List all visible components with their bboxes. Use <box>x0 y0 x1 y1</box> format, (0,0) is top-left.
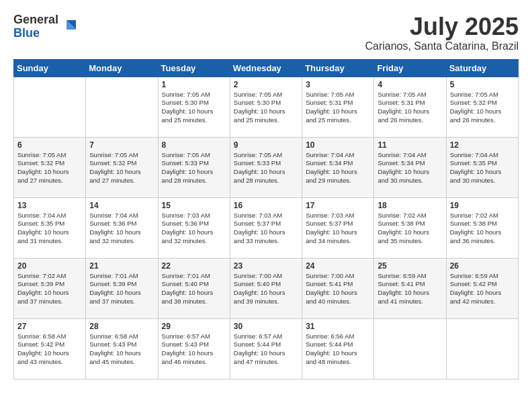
day-number: 11 <box>378 140 442 150</box>
day-info: Sunrise: 7:02 AM Sunset: 5:38 PM Dayligh… <box>450 212 515 246</box>
calendar-cell: 26Sunrise: 6:59 AM Sunset: 5:42 PM Dayli… <box>446 258 518 318</box>
calendar-week-row: 20Sunrise: 7:02 AM Sunset: 5:39 PM Dayli… <box>14 258 519 318</box>
day-number: 31 <box>306 322 370 331</box>
day-info: Sunrise: 6:58 AM Sunset: 5:42 PM Dayligh… <box>17 332 82 367</box>
day-number: 28 <box>89 322 154 331</box>
day-number: 2 <box>234 80 298 89</box>
day-info: Sunrise: 7:00 AM Sunset: 5:41 PM Dayligh… <box>306 272 370 306</box>
calendar-cell: 14Sunrise: 7:04 AM Sunset: 5:36 PM Dayli… <box>86 197 158 258</box>
calendar-cell: 9Sunrise: 7:05 AM Sunset: 5:33 PM Daylig… <box>230 137 302 197</box>
day-info: Sunrise: 7:04 AM Sunset: 5:34 PM Dayligh… <box>306 151 370 185</box>
day-info: Sunrise: 7:05 AM Sunset: 5:30 PM Dayligh… <box>234 91 298 125</box>
calendar-cell: 13Sunrise: 7:04 AM Sunset: 5:35 PM Dayli… <box>14 197 86 258</box>
day-number: 25 <box>378 261 442 271</box>
day-info: Sunrise: 7:05 AM Sunset: 5:32 PM Dayligh… <box>450 91 515 125</box>
day-number: 5 <box>450 80 515 89</box>
day-info: Sunrise: 7:00 AM Sunset: 5:40 PM Dayligh… <box>234 272 298 306</box>
calendar-cell: 24Sunrise: 7:00 AM Sunset: 5:41 PM Dayli… <box>302 258 374 318</box>
day-info: Sunrise: 7:05 AM Sunset: 5:33 PM Dayligh… <box>234 151 298 185</box>
day-number: 20 <box>17 261 82 271</box>
calendar-cell <box>86 77 158 137</box>
calendar-header-row: SundayMondayTuesdayWednesdayThursdayFrid… <box>14 59 519 77</box>
day-info: Sunrise: 6:57 AM Sunset: 5:44 PM Dayligh… <box>234 332 298 367</box>
calendar-cell: 31Sunrise: 6:56 AM Sunset: 5:44 PM Dayli… <box>302 318 374 379</box>
calendar-week-row: 13Sunrise: 7:04 AM Sunset: 5:35 PM Dayli… <box>14 197 519 258</box>
day-header-monday: Monday <box>86 59 158 77</box>
day-number: 1 <box>162 80 226 89</box>
day-number: 29 <box>162 322 226 331</box>
day-number: 26 <box>450 261 515 271</box>
day-info: Sunrise: 7:05 AM Sunset: 5:31 PM Dayligh… <box>306 91 370 125</box>
calendar-cell: 10Sunrise: 7:04 AM Sunset: 5:34 PM Dayli… <box>302 137 374 197</box>
day-number: 22 <box>162 261 226 271</box>
logo: General Blue <box>13 13 79 40</box>
calendar-cell: 4Sunrise: 7:05 AM Sunset: 5:31 PM Daylig… <box>374 77 446 137</box>
calendar-cell: 22Sunrise: 7:01 AM Sunset: 5:40 PM Dayli… <box>158 258 230 318</box>
calendar-cell: 5Sunrise: 7:05 AM Sunset: 5:32 PM Daylig… <box>446 77 518 137</box>
calendar-cell: 25Sunrise: 6:59 AM Sunset: 5:41 PM Dayli… <box>374 258 446 318</box>
calendar-cell: 12Sunrise: 7:04 AM Sunset: 5:35 PM Dayli… <box>446 137 518 197</box>
calendar-cell: 28Sunrise: 6:58 AM Sunset: 5:43 PM Dayli… <box>86 318 158 379</box>
day-info: Sunrise: 7:03 AM Sunset: 5:37 PM Dayligh… <box>306 212 370 246</box>
day-number: 16 <box>234 201 298 210</box>
day-number: 17 <box>306 201 370 210</box>
day-header-sunday: Sunday <box>14 59 86 77</box>
calendar-cell: 6Sunrise: 7:05 AM Sunset: 5:32 PM Daylig… <box>14 137 86 197</box>
day-info: Sunrise: 7:05 AM Sunset: 5:32 PM Dayligh… <box>89 151 154 185</box>
calendar-cell: 21Sunrise: 7:01 AM Sunset: 5:39 PM Dayli… <box>86 258 158 318</box>
logo-general-text: General <box>13 13 58 26</box>
day-info: Sunrise: 7:02 AM Sunset: 5:38 PM Dayligh… <box>378 212 442 246</box>
day-header-tuesday: Tuesday <box>158 59 230 77</box>
day-info: Sunrise: 7:01 AM Sunset: 5:40 PM Dayligh… <box>162 272 226 306</box>
day-number: 24 <box>306 261 370 271</box>
calendar-cell: 18Sunrise: 7:02 AM Sunset: 5:38 PM Dayli… <box>374 197 446 258</box>
calendar-cell: 15Sunrise: 7:03 AM Sunset: 5:36 PM Dayli… <box>158 197 230 258</box>
calendar-cell: 8Sunrise: 7:05 AM Sunset: 5:33 PM Daylig… <box>158 137 230 197</box>
logo-icon <box>60 17 79 36</box>
calendar-week-row: 1Sunrise: 7:05 AM Sunset: 5:30 PM Daylig… <box>14 77 519 137</box>
day-number: 30 <box>234 322 298 331</box>
calendar-cell: 20Sunrise: 7:02 AM Sunset: 5:39 PM Dayli… <box>14 258 86 318</box>
day-info: Sunrise: 6:57 AM Sunset: 5:43 PM Dayligh… <box>162 332 226 367</box>
day-number: 15 <box>162 201 226 210</box>
day-header-friday: Friday <box>374 59 446 77</box>
day-number: 12 <box>450 140 515 150</box>
month-year: July 2025 <box>365 13 519 40</box>
day-number: 7 <box>89 140 154 150</box>
calendar-cell: 11Sunrise: 7:04 AM Sunset: 5:34 PM Dayli… <box>374 137 446 197</box>
logo-blue-text: Blue <box>13 26 40 40</box>
calendar-cell: 23Sunrise: 7:00 AM Sunset: 5:40 PM Dayli… <box>230 258 302 318</box>
page-header: General Blue July 2025 Carianos, Santa C… <box>13 13 519 52</box>
calendar-cell <box>446 318 518 379</box>
calendar-cell: 17Sunrise: 7:03 AM Sunset: 5:37 PM Dayli… <box>302 197 374 258</box>
day-number: 27 <box>17 322 82 331</box>
day-info: Sunrise: 7:01 AM Sunset: 5:39 PM Dayligh… <box>89 272 154 306</box>
day-number: 23 <box>234 261 298 271</box>
day-info: Sunrise: 6:59 AM Sunset: 5:41 PM Dayligh… <box>378 272 442 306</box>
location: Carianos, Santa Catarina, Brazil <box>365 40 519 52</box>
day-info: Sunrise: 7:04 AM Sunset: 5:35 PM Dayligh… <box>450 151 515 185</box>
day-info: Sunrise: 7:04 AM Sunset: 5:35 PM Dayligh… <box>17 212 82 246</box>
day-info: Sunrise: 6:56 AM Sunset: 5:44 PM Dayligh… <box>306 332 370 367</box>
day-info: Sunrise: 7:03 AM Sunset: 5:36 PM Dayligh… <box>162 212 226 246</box>
day-info: Sunrise: 7:05 AM Sunset: 5:33 PM Dayligh… <box>162 151 226 185</box>
day-info: Sunrise: 7:05 AM Sunset: 5:31 PM Dayligh… <box>378 91 442 125</box>
day-number: 21 <box>89 261 154 271</box>
day-info: Sunrise: 6:58 AM Sunset: 5:43 PM Dayligh… <box>89 332 154 367</box>
calendar-table: SundayMondayTuesdayWednesdayThursdayFrid… <box>13 59 519 379</box>
calendar-cell: 1Sunrise: 7:05 AM Sunset: 5:30 PM Daylig… <box>158 77 230 137</box>
calendar-cell: 2Sunrise: 7:05 AM Sunset: 5:30 PM Daylig… <box>230 77 302 137</box>
calendar-cell <box>14 77 86 137</box>
day-number: 19 <box>450 201 515 210</box>
day-info: Sunrise: 7:05 AM Sunset: 5:32 PM Dayligh… <box>17 151 82 185</box>
day-number: 14 <box>89 201 154 210</box>
calendar-cell: 27Sunrise: 6:58 AM Sunset: 5:42 PM Dayli… <box>14 318 86 379</box>
calendar-cell: 19Sunrise: 7:02 AM Sunset: 5:38 PM Dayli… <box>446 197 518 258</box>
day-info: Sunrise: 7:04 AM Sunset: 5:34 PM Dayligh… <box>378 151 442 185</box>
day-number: 4 <box>378 80 442 89</box>
calendar-week-row: 27Sunrise: 6:58 AM Sunset: 5:42 PM Dayli… <box>14 318 519 379</box>
day-number: 6 <box>17 140 82 150</box>
day-number: 18 <box>378 201 442 210</box>
day-number: 3 <box>306 80 370 89</box>
day-number: 9 <box>234 140 298 150</box>
